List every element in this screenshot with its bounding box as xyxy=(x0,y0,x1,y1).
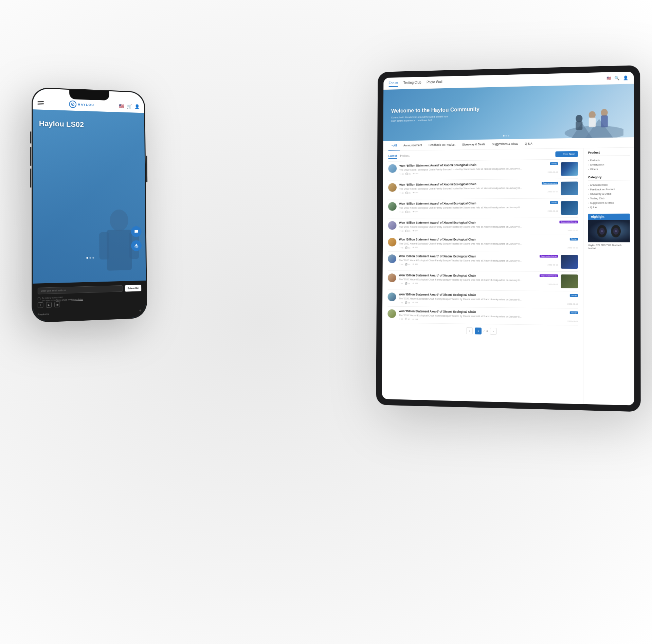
phone-instagram-icon[interactable]: ◉ xyxy=(54,302,60,307)
tablet-filter-all[interactable]: • All xyxy=(388,141,400,151)
tablet-filter-giveaway[interactable]: Giveaway & Deals xyxy=(459,140,489,150)
post-badge: Suggestion/Ideas xyxy=(559,220,578,223)
phone-terms-checkbox[interactable] xyxy=(38,297,40,300)
sidebar-item-suggestions[interactable]: Suggestions & Ideas xyxy=(588,200,630,205)
post-stats: ♡ 46 💬 95 👁 344 xyxy=(399,263,418,265)
svg-rect-4 xyxy=(99,232,109,260)
sidebar-product-section: Product Earbuds SmartWatch Others xyxy=(588,150,630,172)
tablet-filter-qa[interactable]: Q & A xyxy=(522,139,536,149)
sidebar-item-testing[interactable]: Testing Club xyxy=(588,196,630,201)
post-body: Won 'Billion Statement Award' of Xiaomi … xyxy=(399,162,558,175)
tablet-tab-hottest[interactable]: Hottest xyxy=(400,154,410,159)
tablet-tab-latest[interactable]: Latest xyxy=(388,154,397,159)
phone-carousel-dots xyxy=(86,257,94,258)
tablet-nav-testing[interactable]: Testing Club xyxy=(403,79,421,87)
sidebar-item-others[interactable]: Others xyxy=(588,166,630,171)
phone-mockup: HAYLOU 🇺🇸 🛒 👤 xyxy=(32,87,147,323)
phone-facebook-icon[interactable]: f xyxy=(38,302,43,308)
post-stat-comment: 💬 95 xyxy=(405,301,410,304)
sidebar-item-feedback[interactable]: Feedback on Product xyxy=(588,187,630,192)
post-stat-view: 👁 348 xyxy=(412,246,418,249)
tablet-search-icon[interactable]: 🔍 xyxy=(614,75,619,80)
phone-logo-text: HAYLOU xyxy=(78,103,94,107)
phone-terms-link1[interactable]: Terms of use xyxy=(56,299,67,301)
svg-point-19 xyxy=(601,230,603,232)
post-title[interactable]: Won 'Billion Statement Award' of Xiaomi … xyxy=(399,254,538,258)
tablet-nav-forum[interactable]: Forum xyxy=(389,80,398,87)
post-stat-view: 👁 344 xyxy=(412,301,418,304)
post-badge: Suggestion/Ideas xyxy=(539,274,558,277)
post-stat-like: ♡ 46 xyxy=(399,192,404,194)
tablet-hero: Welcome to the Haylou Community Connect … xyxy=(383,84,634,141)
tablet-post-now-button[interactable]: Post Now xyxy=(555,151,578,157)
phone-top-button[interactable]: TOP xyxy=(131,240,142,251)
tablet-user-icon[interactable]: 👤 xyxy=(623,75,628,80)
phone-email-input[interactable]: Enter your email address xyxy=(38,285,123,294)
post-stat-like: ♡ 46 xyxy=(399,318,403,320)
tablet-filter-announcement[interactable]: Announcement xyxy=(400,140,425,150)
phone-expand-icon[interactable]: + xyxy=(139,308,142,313)
post-body: Won 'Billion Statement Award' of Xiaomi … xyxy=(399,201,558,213)
tablet-sidebar: Product Earbuds SmartWatch Others Catego… xyxy=(583,147,634,405)
table-row: Won 'Billion Statement Award' of Xiaomi … xyxy=(388,252,578,272)
post-body: Won 'Billion Statement Award' of Xiaomi … xyxy=(399,182,558,194)
post-stat-like: ♡ 46 xyxy=(399,301,403,304)
phone-bottom-section: Enter your email address Subscribe By cl… xyxy=(33,281,146,322)
post-title[interactable]: Won 'Billion Statement Award' of Xiaomi … xyxy=(399,201,548,205)
post-stat-view: 👁 344 xyxy=(412,263,418,265)
post-stat-view: 👁 344 xyxy=(413,192,418,194)
post-title[interactable]: Won 'Billion Statement Award' of Xiaomi … xyxy=(399,273,538,278)
phone-logo: HAYLOU xyxy=(69,101,94,109)
tablet-filter-feedback[interactable]: Feedback on Product xyxy=(425,140,458,150)
post-avatar xyxy=(388,238,396,247)
post-thumbnail xyxy=(561,201,578,215)
phone-volume-down xyxy=(30,168,31,187)
pagination-prev[interactable]: ‹ xyxy=(466,327,473,334)
sidebar-item-smartwatch[interactable]: SmartWatch xyxy=(588,162,630,167)
post-stat-like: ♡ 46 xyxy=(399,173,404,175)
post-stat-view: 👁 344 xyxy=(413,173,418,175)
post-stats: ♡ 46 💬 95 👁 344 xyxy=(399,301,418,304)
post-stat-comment: 💬 95 xyxy=(406,173,411,175)
phone-logo-circle xyxy=(69,101,77,108)
pagination-next[interactable]: › xyxy=(490,328,497,335)
phone-header-icons: 🇺🇸 🛒 👤 xyxy=(119,103,140,109)
post-title[interactable]: Won 'Billion Statement Award' of Xiaomi … xyxy=(399,182,540,186)
post-stat-comment: 💬 95 xyxy=(405,192,411,194)
tablet-posts-list: Latest Hottest Post Now xyxy=(382,148,584,404)
post-date: 2021-03-13 xyxy=(548,191,558,193)
tablet-hero-dots xyxy=(503,135,509,137)
post-stat-comment: 💬 95 xyxy=(405,318,410,320)
tablet-nav-photo[interactable]: Photo Wall xyxy=(427,79,442,86)
sidebar-highlight-image[interactable] xyxy=(588,220,630,242)
sidebar-item-announcement[interactable]: Announcement xyxy=(588,182,630,187)
pagination-page-1[interactable]: 1 xyxy=(475,328,482,335)
post-stats: ♡ 46 💬 12 👁 348 xyxy=(399,246,418,249)
post-title[interactable]: Won 'Billion Statement Award' of Xiaomi … xyxy=(399,221,557,225)
phone-menu-icon[interactable] xyxy=(38,101,44,105)
phone-terms-link2[interactable]: Privacy Policy xyxy=(71,298,83,301)
phone-user-icon[interactable]: 👤 xyxy=(134,104,140,109)
tablet-filter-suggestions[interactable]: Suggestions & Ideas xyxy=(488,139,521,149)
sidebar-category-title: Category xyxy=(588,175,630,181)
post-date: 2021-03-13 xyxy=(548,171,558,173)
post-body: Won 'Billion Statement Award' of Xiaomi … xyxy=(399,254,558,266)
phone-youtube-icon[interactable]: ▶ xyxy=(46,302,52,308)
post-date: 2021-03-12 xyxy=(547,210,558,212)
phone-email-row: Enter your email address Subscribe xyxy=(38,285,141,294)
sidebar-item-qa[interactable]: Q & A xyxy=(588,205,630,210)
phone-cart-icon[interactable]: 🛒 xyxy=(127,104,132,109)
svg-point-20 xyxy=(615,230,617,232)
post-badge: Today xyxy=(550,201,558,204)
table-row: Won 'Billion Statement Award' of Xiaomi … xyxy=(388,198,578,218)
svg-rect-10 xyxy=(576,121,582,130)
post-title[interactable]: Won 'Billion Statement Award' of Xiaomi … xyxy=(399,238,568,242)
post-stat-view: 👁 344 xyxy=(412,230,418,232)
tablet-posts-tabs: Latest Hottest xyxy=(388,154,410,159)
sidebar-item-giveaway[interactable]: Giveaway & Deals xyxy=(588,192,630,196)
post-avatar xyxy=(388,254,396,263)
pagination-separator: / xyxy=(484,330,484,333)
phone-chat-button[interactable] xyxy=(131,226,142,237)
phone-subscribe-button[interactable]: Subscribe xyxy=(125,285,141,291)
tablet-nav-links: Forum Testing Club Photo Wall xyxy=(389,79,442,87)
